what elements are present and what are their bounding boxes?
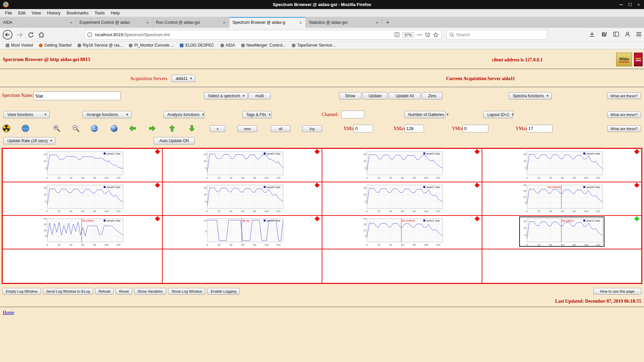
tab[interactable]: AIDA× — [0, 17, 76, 28]
all-button[interactable]: all — [271, 125, 290, 132]
blue-sphere-icon-2[interactable] — [110, 124, 118, 132]
spectrum-name-input[interactable] — [34, 92, 121, 100]
reset-button[interactable]: Reset — [116, 288, 132, 295]
home-icon[interactable] — [38, 31, 45, 40]
ymin-input[interactable] — [463, 125, 488, 132]
bookmark-item[interactable]: TapeServer Service ... — [289, 42, 339, 49]
auto-update-button[interactable]: Auto Update ON — [154, 137, 195, 144]
channel-input[interactable] — [341, 111, 364, 118]
forward-button[interactable] — [16, 31, 23, 40]
bookmark-item[interactable]: ELOG DESPEC — [177, 42, 216, 49]
sidebars-icon[interactable] — [613, 32, 619, 38]
what-are-these-button[interactable]: What are these? — [607, 125, 641, 132]
url-bar[interactable]: i localhost:8015/Spectrum/Spectrum.tml 6… — [84, 30, 441, 40]
zoom-in-icon[interactable] — [53, 124, 61, 132]
radiation-icon[interactable] — [2, 124, 10, 132]
menu-file[interactable]: File — [2, 10, 15, 16]
spectrum-cell-aida03[interactable]: 02040608010012051015aida03 Stat — [322, 148, 482, 182]
xmin-input[interactable] — [354, 125, 373, 132]
menu-view[interactable]: View — [29, 10, 44, 16]
log-button[interactable]: log — [302, 125, 322, 132]
bookmark-item[interactable]: Getting Started — [37, 42, 74, 49]
spectrum-cell-aida02[interactable]: 02040608010012051015aida02 Stat — [162, 148, 322, 182]
acquisition-server-select[interactable]: aida11▼ — [172, 75, 195, 82]
x-button[interactable]: x — [210, 125, 225, 132]
spectra-functions-dropdown[interactable]: Spectra functions▼ — [509, 92, 552, 100]
update-rate-dropdown[interactable]: Update Rate (16 secs)▼ — [3, 137, 55, 144]
minimize-icon[interactable] — [620, 4, 623, 5]
tab-close-icon[interactable]: × — [69, 20, 73, 25]
url-text[interactable]: localhost:8015/Spectrum/Spectrum.tml — [95, 32, 392, 37]
how-to-use-button[interactable]: How to use this page — [593, 288, 641, 295]
menu-history[interactable]: History — [44, 10, 63, 16]
earth-icon[interactable] — [21, 124, 30, 132]
tab[interactable]: Run Control @ aidas-gsi× — [153, 17, 229, 28]
red-diamond-marker[interactable] — [315, 149, 320, 155]
spectrum-cell-aida12[interactable]: 0204060801001205101558 (2802)aida12 Stat — [482, 216, 642, 249]
library-icon[interactable] — [601, 31, 607, 39]
green-diamond-marker[interactable] — [634, 216, 640, 222]
home-link[interactable]: Home — [3, 310, 14, 315]
bookmark-item[interactable]: Pi_Monitor Console ... — [126, 42, 176, 49]
green-arrow-up-icon[interactable] — [168, 124, 176, 132]
search-bar[interactable] — [446, 30, 547, 40]
red-diamond-marker[interactable] — [155, 216, 160, 222]
hamburger-menu-icon[interactable] — [636, 32, 642, 38]
red-diamond-marker[interactable] — [474, 183, 480, 188]
back-button[interactable] — [2, 29, 13, 42]
spectrum-cell-aida06[interactable]: 02040608010012051015aida06 Stat — [162, 182, 322, 216]
show-log-window-button[interactable]: Show Log Window — [168, 288, 205, 295]
spectrum-cell-aida08[interactable]: 020406080100120510152058 (16425)aida08 S… — [482, 182, 642, 216]
tab-close-icon[interactable]: × — [375, 20, 379, 25]
tab[interactable]: Spectrum Browser @ aidas-g× — [229, 17, 306, 28]
spectrum-cell-aida04[interactable]: 02040608010012051015aida04 Stat — [482, 148, 642, 182]
red-diamond-marker[interactable] — [474, 216, 480, 222]
zoom-level-badge[interactable]: 67% — [402, 32, 414, 38]
spectrum-cell-aida05[interactable]: 02040608010012051015aida05 Stat — [2, 182, 162, 216]
tab-close-icon[interactable]: × — [222, 20, 226, 25]
red-diamond-marker[interactable] — [155, 149, 160, 155]
red-diamond-marker[interactable] — [634, 149, 640, 155]
red-diamond-marker[interactable] — [315, 183, 320, 188]
page-actions-icon[interactable] — [417, 34, 422, 36]
tab[interactable]: Statistics @ aidas-gsi× — [306, 17, 382, 28]
new-button[interactable]: new — [237, 125, 257, 132]
arrange-functions-dropdown[interactable]: Arrange functions▼ — [83, 111, 131, 118]
bookmark-star-icon[interactable] — [433, 32, 438, 38]
search-input[interactable] — [456, 32, 544, 37]
menu-bookmarks[interactable]: Bookmarks — [64, 10, 92, 16]
new-tab-button[interactable]: + — [382, 17, 393, 28]
send-log-window-to-elog-button[interactable]: Send Log Window to ELog — [43, 288, 93, 295]
show-button[interactable]: Show — [339, 92, 361, 100]
bookmark-item[interactable]: AIDA — [218, 42, 237, 49]
red-diamond-marker[interactable] — [155, 183, 160, 188]
number-of-galleries-dropdown[interactable]: Number of Galleries▼ — [404, 111, 445, 118]
menu-edit[interactable]: Edit — [15, 10, 29, 16]
empty-log-window-button[interactable]: Empty Log Window — [2, 288, 41, 295]
close-icon[interactable]: × — [637, 3, 640, 6]
analysis-functions-dropdown[interactable]: Analysis functions▼ — [163, 111, 204, 118]
what-are-these-button[interactable]: What are these? — [607, 93, 641, 99]
select-spectrum-dropdown[interactable]: Select a spectrum▼ — [204, 92, 248, 100]
layout-id-dropdown[interactable]: Layout ID=2▼ — [483, 111, 513, 118]
pocket-icon[interactable] — [425, 32, 430, 38]
xmax-input[interactable] — [405, 125, 424, 132]
reader-mode-icon[interactable] — [394, 32, 399, 37]
bookmark-item[interactable]: Most Visited — [3, 42, 35, 49]
what-are-these-button[interactable]: What are these? — [607, 111, 641, 118]
green-arrow-down-icon[interactable] — [188, 124, 196, 132]
maximize-icon[interactable] — [629, 3, 632, 6]
spectrum-cell-aida09[interactable]: 020406080100120510152058 (3564)aida09 St… — [2, 216, 162, 249]
ymax-input[interactable] — [527, 125, 552, 132]
menu-help[interactable]: Help — [108, 10, 123, 16]
menu-tools[interactable]: Tools — [92, 10, 108, 16]
zoom-out-icon[interactable] — [72, 124, 80, 132]
tab-close-icon[interactable]: × — [299, 20, 303, 25]
green-arrow-left-icon[interactable] — [128, 124, 137, 132]
site-info-icon[interactable]: i — [87, 32, 92, 37]
green-arrow-right-icon[interactable] — [148, 124, 156, 132]
spectrum-cell-aida11[interactable]: 020406080100120510152058 (10494)aida11 S… — [322, 216, 482, 249]
red-diamond-marker[interactable] — [315, 216, 320, 222]
reload-icon[interactable] — [28, 32, 34, 40]
tags-fits-dropdown[interactable]: Tags & Fits▼ — [242, 111, 272, 118]
